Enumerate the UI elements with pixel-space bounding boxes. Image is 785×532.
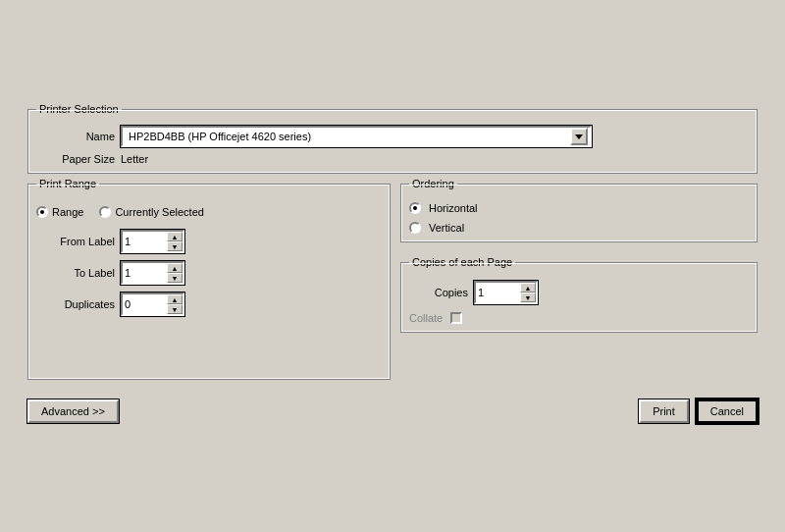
printer-dropdown-btn[interactable] (570, 128, 588, 145)
copies-group-label: Copies of each Page (409, 256, 515, 268)
print-button[interactable]: Print (639, 399, 689, 423)
to-label-down-btn[interactable]: ▼ (167, 273, 183, 283)
copies-down-btn[interactable]: ▼ (520, 293, 536, 302)
duplicates-down-btn[interactable]: ▼ (167, 304, 183, 314)
vertical-radio-label: Vertical (429, 222, 464, 234)
horizontal-radio-btn[interactable] (409, 202, 421, 214)
horizontal-radio[interactable]: Horizontal (409, 202, 749, 214)
vertical-radio-btn[interactable] (409, 222, 421, 234)
collate-label: Collate (409, 312, 443, 324)
from-label-label: From Label (36, 236, 115, 247)
name-label: Name (36, 131, 115, 142)
currently-selected-radio[interactable]: Currently Selected (99, 206, 204, 218)
from-label-up-btn[interactable]: ▲ (167, 232, 183, 241)
printer-name-dropdown[interactable]: HP2BD4BB (HP Officejet 4620 series) (121, 126, 592, 147)
print-cancel-buttons: Print Cancel (639, 399, 758, 423)
from-label-down-btn[interactable]: ▼ (167, 241, 183, 251)
to-label-spin-buttons: ▲ ▼ (167, 263, 183, 283)
from-label-spin-buttons: ▲ ▼ (167, 232, 183, 251)
vertical-radio[interactable]: Vertical (409, 222, 749, 234)
paper-size-value: Letter (121, 153, 148, 165)
currently-selected-radio-label: Currently Selected (115, 206, 204, 218)
ordering-label: Ordering (409, 178, 457, 189)
copies-spin[interactable]: ▲ ▼ (474, 281, 538, 304)
cancel-button[interactable]: Cancel (697, 399, 758, 423)
duplicates-spin-buttons: ▲ ▼ (167, 294, 183, 314)
copies-up-btn[interactable]: ▲ (520, 283, 536, 293)
dropdown-arrow-icon (575, 134, 583, 139)
copies-spin-buttons: ▲ ▼ (520, 283, 536, 302)
print-range-label: Print Range (36, 178, 99, 189)
collate-checkbox[interactable] (450, 312, 462, 324)
range-radio-label: Range (52, 206, 83, 218)
currently-selected-radio-btn[interactable] (99, 206, 111, 218)
print-range-group: Print Range Range Currently Selected (27, 184, 391, 380)
copies-input[interactable] (476, 283, 520, 302)
duplicates-up-btn[interactable]: ▲ (167, 294, 183, 304)
paper-size-label: Paper Size (36, 153, 115, 165)
horizontal-radio-dot (413, 206, 417, 210)
button-row: Advanced >> Print Cancel (27, 399, 758, 423)
range-radio-dot (40, 210, 44, 214)
duplicates-spin[interactable]: ▲ ▼ (121, 293, 184, 316)
copies-group: Copies of each Page Copies ▲ ▼ Collate (400, 262, 758, 333)
horizontal-radio-label: Horizontal (429, 202, 478, 214)
to-label-up-btn[interactable]: ▲ (167, 263, 183, 273)
printer-name-text: HP2BD4BB (HP Officejet 4620 series) (125, 131, 570, 142)
to-label-spin[interactable]: ▲ ▼ (121, 261, 184, 285)
ordering-group: Ordering Horizontal Vertical (400, 184, 758, 242)
collate-checkbox-item[interactable]: Collate (409, 312, 749, 324)
from-label-input[interactable] (123, 232, 167, 251)
advanced-button[interactable]: Advanced >> (27, 399, 119, 423)
printer-selection-group: Printer Selection Name HP2BD4BB (HP Offi… (27, 109, 758, 174)
copies-label: Copies (409, 287, 468, 298)
to-label-label: To Label (36, 267, 115, 279)
to-label-input[interactable] (123, 263, 167, 283)
duplicates-input[interactable] (123, 294, 167, 314)
range-radio[interactable]: Range (36, 206, 83, 218)
duplicates-label: Duplicates (36, 298, 115, 310)
printer-selection-label: Printer Selection (36, 103, 122, 115)
range-radio-btn[interactable] (36, 206, 48, 218)
from-label-spin[interactable]: ▲ ▼ (121, 230, 184, 253)
